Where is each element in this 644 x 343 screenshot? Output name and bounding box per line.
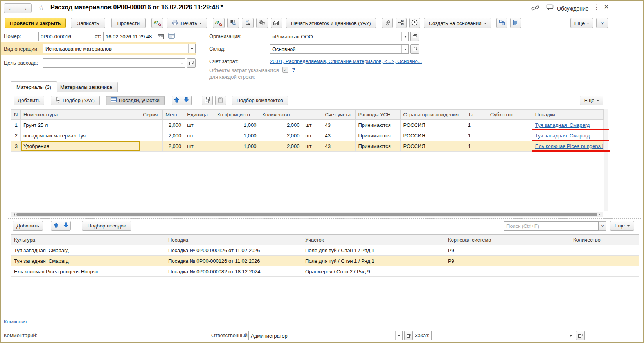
get-link-icon[interactable] xyxy=(531,5,540,13)
dropdown-button[interactable] xyxy=(401,32,408,41)
scroll-right-icon[interactable] xyxy=(599,213,602,216)
discussion-button[interactable]: Обсуждение xyxy=(546,4,589,13)
post-and-close-button[interactable]: Провести и закрыть xyxy=(5,18,66,28)
move-row-up-button[interactable] xyxy=(172,96,182,105)
cell-coefficient[interactable]: 1,000 xyxy=(214,130,259,141)
pick-plantings-button[interactable]: Подбор посадок xyxy=(82,221,131,231)
dtkt-report-button[interactable]: ДтКт xyxy=(213,18,225,28)
col-header-unit[interactable]: Единица xyxy=(184,110,214,120)
operation-combobox[interactable]: Использование материалов xyxy=(43,44,196,53)
cell-quantity[interactable] xyxy=(570,256,639,266)
plantings-add-button[interactable]: Добавить xyxy=(13,221,43,231)
print-button[interactable]: Печать xyxy=(167,18,207,28)
copy-rows-button[interactable] xyxy=(202,96,213,105)
document-register-button[interactable] xyxy=(510,18,521,28)
col-header-subconto[interactable]: Субконто xyxy=(487,110,532,120)
cell-places[interactable]: 2,000 xyxy=(163,130,184,141)
attachments-button[interactable] xyxy=(382,18,393,28)
cell-qty-unit[interactable]: шт xyxy=(302,130,322,141)
materials-more-button[interactable]: Еще xyxy=(580,96,603,105)
cell-plantings[interactable]: Ель колючая Picea pungens Hoopsii xyxy=(532,141,603,152)
print-set-button[interactable] xyxy=(271,18,282,28)
cell-account[interactable]: 43 xyxy=(322,120,355,130)
col-header-quantity[interactable]: Количество xyxy=(259,110,322,120)
service-settings-button[interactable] xyxy=(256,18,268,28)
close-icon[interactable]: × xyxy=(604,2,609,11)
cell-ta[interactable]: 1 xyxy=(465,141,479,152)
cell-n[interactable]: 1 xyxy=(11,120,21,130)
dropdown-button[interactable] xyxy=(567,331,574,340)
cell-root-system[interactable]: Р9 xyxy=(445,256,570,266)
dtkt-postings-button[interactable]: ДтКт xyxy=(151,18,163,28)
tab-customer-materials[interactable]: Материалы заказчика xyxy=(54,82,118,92)
plantings-link[interactable]: Туя западная Смарагд xyxy=(535,133,590,139)
dropdown-button[interactable] xyxy=(395,331,402,340)
col-header-usn[interactable]: Расходы УСН xyxy=(355,110,400,120)
cell-plot[interactable]: Поле для туй / Спэн 1 / Ряд 1 xyxy=(302,256,445,266)
post-button[interactable]: Провести xyxy=(111,18,146,28)
cell-n[interactable]: 2 xyxy=(11,130,21,141)
back-button[interactable]: ← xyxy=(4,3,18,13)
move-row-down-button[interactable] xyxy=(61,221,71,231)
cell-plantings[interactable]: Туя западная Смарагд xyxy=(532,120,603,130)
scrollbar-thumb[interactable] xyxy=(16,213,597,216)
purpose-open-button[interactable] xyxy=(187,58,196,68)
cell-planting[interactable]: Посадка № 0Р00-000126 от 11.02.2026 xyxy=(165,245,302,256)
cell-subconto[interactable] xyxy=(487,120,532,130)
cost-objects-help-icon[interactable]: ? xyxy=(292,67,295,73)
tab-materials[interactable]: Материалы (3) xyxy=(11,81,57,92)
cell-usn[interactable]: Принимаются xyxy=(355,141,400,152)
cell-planting[interactable]: Посадка № 0Р00-000126 от 11.02.2026 xyxy=(165,256,302,266)
cell-unit[interactable]: шт xyxy=(184,120,214,130)
related-documents-button[interactable] xyxy=(496,18,507,28)
cell-quantity[interactable]: 2,000 xyxy=(259,141,302,152)
cell-usn[interactable]: Принимаются xyxy=(355,130,400,141)
cell-unit[interactable]: шт xyxy=(184,141,214,152)
splitter-handle[interactable] xyxy=(8,218,641,219)
col-header-culture[interactable]: Культура xyxy=(11,235,165,245)
dropdown-button[interactable] xyxy=(178,59,185,67)
col-header-nomenclature[interactable]: Номенклатура xyxy=(21,110,140,120)
search-clear-button[interactable]: × xyxy=(599,221,606,231)
col-header-plot[interactable]: Участок xyxy=(302,235,445,245)
cell-quantity[interactable] xyxy=(570,245,639,256)
col-header-series[interactable]: Серия xyxy=(140,110,163,120)
search-input[interactable]: Поиск (Ctrl+F) xyxy=(504,221,599,231)
col-header-quantity[interactable]: Количество xyxy=(570,235,639,245)
calendar-icon[interactable] xyxy=(157,32,164,41)
comment-field[interactable] xyxy=(47,331,205,340)
cost-account-link[interactable]: 20.01, Распределяемая, Списание материал… xyxy=(270,58,422,64)
col-header-ta[interactable]: Та... xyxy=(465,110,479,120)
organization-open-button[interactable] xyxy=(410,32,419,41)
materials-add-button[interactable]: Добавить xyxy=(14,96,44,105)
create-based-on-button[interactable]: Создать на основании xyxy=(424,18,491,28)
organization-combobox[interactable]: «Ромашка» ООО xyxy=(270,32,409,41)
barcode-scan-button[interactable] xyxy=(227,18,239,28)
cell-culture[interactable]: Туя западная Смарагд xyxy=(11,245,165,256)
responsible-combobox[interactable]: Администратор xyxy=(248,331,403,340)
scroll-left-icon[interactable] xyxy=(12,213,15,216)
cell-culture[interactable]: Ель колючая Picea pungens Hoopsii xyxy=(11,266,165,277)
cell-qty-unit[interactable]: шт xyxy=(302,141,322,152)
commission-link[interactable]: Комиссия xyxy=(4,319,27,325)
print-labels-button[interactable]: Печать этикеток и ценников (УАУ) xyxy=(286,18,376,28)
col-header-country[interactable]: Страна происхождения xyxy=(400,110,465,120)
paste-rows-button[interactable] xyxy=(215,96,226,105)
cell-root-system[interactable] xyxy=(445,266,570,277)
cell-ta[interactable]: 1 xyxy=(465,120,479,130)
data-terminal-button[interactable] xyxy=(242,18,254,28)
vertical-scrollbar[interactable] xyxy=(604,109,608,211)
favorite-star-icon[interactable]: ☆ xyxy=(38,3,45,12)
date-field[interactable]: 16.02.2026 11:29:48 xyxy=(103,32,164,41)
col-header-planting[interactable]: Посадка xyxy=(165,235,302,245)
pick-uau-button[interactable]: Подбор (УАУ) xyxy=(51,96,100,105)
number-field[interactable]: 0Р00-000016 xyxy=(38,32,88,41)
dropdown-button[interactable] xyxy=(401,45,408,53)
cell-series[interactable] xyxy=(140,120,163,130)
cell-subconto[interactable] xyxy=(487,130,532,141)
cell-planting[interactable]: Посадка № 0Р00-000082 от 18.12.2024 xyxy=(165,266,302,277)
cell-nomenclature[interactable]: посадочный материал Туя xyxy=(21,130,140,141)
cell-qty-unit[interactable]: шт xyxy=(302,120,322,130)
history-button[interactable] xyxy=(409,18,420,28)
col-header-account[interactable]: Счет учета xyxy=(322,110,355,120)
